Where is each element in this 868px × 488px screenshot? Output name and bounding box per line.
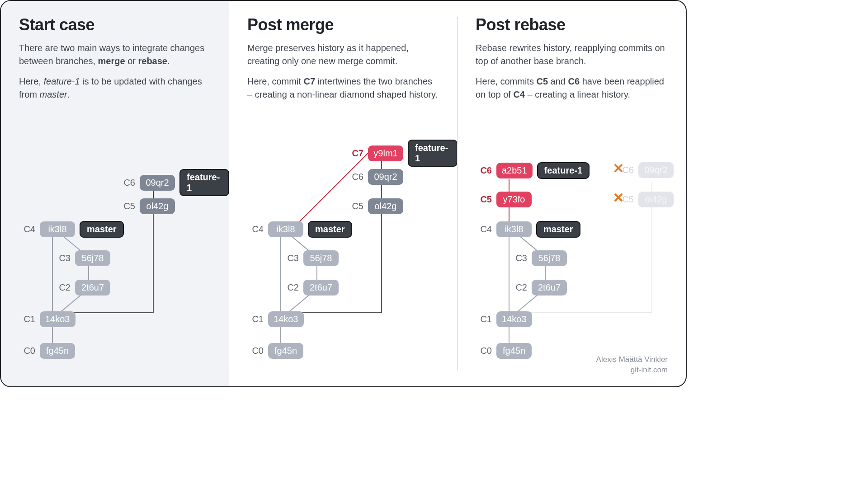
commit-c6: C6 09qr2 [349, 169, 403, 185]
commit-label: C6 [121, 178, 135, 188]
commit-c6: C6 09qr2 feature-1 [121, 169, 229, 196]
commit-label: C4 [21, 224, 35, 235]
commit-hash: ol42g [140, 198, 175, 214]
commit-hash: 56j78 [75, 250, 110, 266]
commit-hash: 2t6u7 [532, 280, 567, 296]
ghost-c6: C6 09qr2 [619, 162, 674, 178]
commit-hash: fg45n [268, 343, 303, 359]
commit-c3: C3 56j78 [56, 250, 110, 266]
commit-hash: 14ko3 [40, 311, 75, 327]
commit-label: C1 [477, 314, 492, 324]
cross-icon [614, 193, 623, 202]
commit-c2: C2 2t6u7 [56, 280, 110, 296]
merge-lines [229, 1, 458, 386]
commit-label: C3 [513, 253, 527, 263]
commit-hash: ol42g [368, 198, 403, 214]
commit-label: C1 [21, 314, 35, 324]
credit: Alexis Määttä Vinkler git-init.com [596, 355, 668, 375]
commit-c0: C0 fg45n [249, 343, 303, 359]
branch-feature: feature-1 [179, 169, 229, 196]
commit-c2: C2 2t6u7 [513, 280, 567, 296]
branch-master: master [80, 221, 124, 238]
commit-hash: 09qr2 [638, 162, 674, 178]
commit-hash: y73fo [496, 192, 532, 207]
col-merge: Post merge Merge preserves history as it… [229, 1, 458, 386]
commit-hash: 56j78 [532, 250, 567, 266]
commit-hash: 14ko3 [268, 311, 304, 327]
commit-label: C6 [477, 165, 492, 176]
col-rebase: Post rebase Rebase rewrites history, rea… [458, 1, 686, 386]
commit-label: C6 [349, 172, 363, 182]
commit-c5: C5 ol42g [349, 198, 403, 214]
commit-label: C2 [284, 282, 299, 293]
commit-hash: 56j78 [303, 250, 339, 266]
commit-r5: C5 y73fo [477, 192, 532, 207]
branch-feature: feature-1 [408, 140, 458, 167]
commit-label: C7 [349, 148, 363, 159]
commit-c0: C0 fg45n [477, 343, 532, 359]
commit-label: C5 [477, 194, 492, 205]
commit-c4: C4 ik3l8 master [477, 221, 580, 238]
commit-label: C4 [249, 224, 264, 235]
commit-label: C1 [249, 314, 264, 324]
commit-c0: C0 fg45n [21, 343, 75, 359]
commit-hash: 2t6u7 [303, 280, 339, 296]
commit-hash: a2b51 [496, 163, 533, 178]
commit-hash: ik3l8 [496, 221, 532, 237]
commit-label: C5 [121, 201, 135, 211]
credit-author: Alexis Määttä Vinkler [596, 355, 668, 365]
commit-label: C4 [477, 224, 492, 235]
commit-label: C2 [513, 282, 527, 293]
branch-master: master [308, 221, 352, 238]
commit-label: C5 [349, 201, 363, 211]
commit-label: C3 [284, 253, 299, 263]
commit-c7: C7 y9lm1 feature-1 [349, 140, 458, 167]
ghost-c5: C5 ol42g [619, 192, 674, 207]
commit-c3: C3 56j78 [284, 250, 339, 266]
commit-c1: C1 14ko3 [249, 311, 304, 327]
commit-hash: ik3l8 [40, 221, 75, 237]
commit-hash: ik3l8 [268, 221, 303, 237]
commit-hash: fg45n [496, 343, 532, 359]
cross-icon [614, 164, 623, 173]
commit-hash: ol42g [638, 192, 674, 207]
commit-hash: 2t6u7 [75, 280, 110, 296]
branch-master: master [536, 221, 580, 238]
commit-c4: C4 ik3l8 master [21, 221, 124, 238]
commit-c3: C3 56j78 [513, 250, 567, 266]
commit-label: C3 [56, 253, 71, 263]
commit-label: C2 [56, 282, 71, 293]
commit-c2: C2 2t6u7 [284, 280, 339, 296]
commit-label: C0 [477, 346, 492, 356]
col-start: Start case There are two main ways to in… [1, 1, 229, 386]
commit-hash: 09qr2 [140, 175, 175, 191]
diagram-card: Start case There are two main ways to in… [0, 0, 687, 387]
commit-c1: C1 14ko3 [21, 311, 75, 327]
commit-hash: y9lm1 [368, 145, 403, 161]
credit-site: git-init.com [596, 365, 668, 375]
commit-label: C0 [249, 346, 264, 356]
commit-c1: C1 14ko3 [477, 311, 532, 327]
commit-hash: 09qr2 [368, 169, 403, 185]
commit-r6: C6 a2b51 feature-1 [477, 162, 590, 179]
branch-feature: feature-1 [537, 162, 590, 179]
commit-hash: 14ko3 [496, 311, 532, 327]
commit-c4: C4 ik3l8 master [249, 221, 352, 238]
commit-label: C0 [21, 346, 35, 356]
commit-hash: fg45n [40, 343, 75, 359]
commit-c5: C5 ol42g [121, 198, 175, 214]
